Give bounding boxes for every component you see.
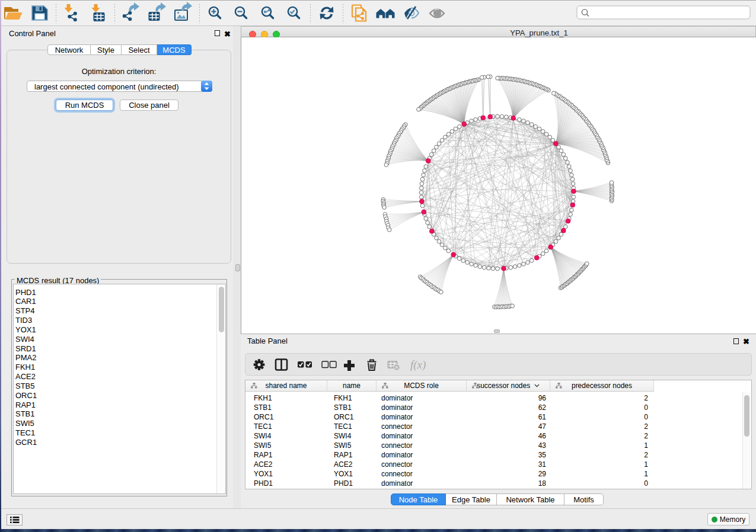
svg-text:f(x): f(x): [410, 358, 426, 371]
